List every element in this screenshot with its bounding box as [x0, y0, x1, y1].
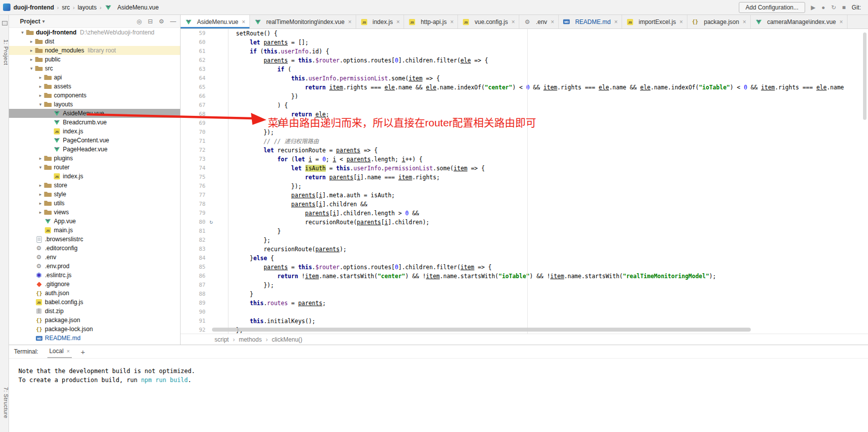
line-number[interactable]: 83 [181, 245, 206, 254]
line-number[interactable]: 64 [181, 74, 206, 83]
line-number[interactable]: 85 [181, 263, 206, 272]
tree-item[interactable]: .gitignore [9, 280, 180, 289]
tree-item[interactable]: AsideMenu.vue [9, 109, 180, 118]
chevron-right-icon[interactable]: ▸ [37, 181, 44, 190]
breadcrumb-file[interactable]: AsideMenu.vue [117, 4, 159, 11]
line-number[interactable]: 78 [181, 200, 206, 209]
settings-icon[interactable]: ⚙ [159, 18, 164, 25]
close-icon[interactable]: × [348, 18, 352, 25]
editor-breadcrumb-item[interactable]: script [215, 336, 229, 343]
tree-item[interactable]: ▸components [9, 91, 180, 100]
chevron-down-icon[interactable]: ▾ [42, 18, 45, 24]
tree-item[interactable]: .browserslistrc [9, 235, 180, 244]
line-number[interactable]: 60 [181, 38, 206, 47]
tree-item[interactable]: ▾src [9, 64, 180, 73]
editor-tab[interactable]: ⚙.env× [519, 15, 559, 28]
vertical-scrollbar[interactable] [863, 32, 867, 120]
line-number[interactable]: 65 [181, 83, 206, 92]
line-number[interactable]: 75 [181, 173, 206, 182]
chevron-right-icon[interactable]: ▸ [37, 73, 44, 82]
add-configuration-button[interactable]: Add Configuration... [739, 2, 805, 13]
chevron-down-icon[interactable]: ▾ [19, 28, 26, 37]
git-branch-label[interactable]: Git: [852, 4, 861, 11]
line-number[interactable]: 79 [181, 209, 206, 218]
tree-item[interactable]: ▸store [9, 181, 180, 190]
chevron-down-icon[interactable]: ▾ [37, 100, 44, 109]
tree-item[interactable]: ▸style [9, 190, 180, 199]
line-number[interactable]: 70 [181, 128, 206, 137]
close-icon[interactable]: × [450, 18, 453, 25]
project-panel-title[interactable]: Project [20, 18, 40, 25]
code-editor[interactable]: 59setRoute() {60 let parents = [];61 if … [181, 29, 868, 334]
close-icon[interactable]: × [614, 18, 618, 25]
tree-item[interactable]: ⚙.env.prod [9, 262, 180, 271]
line-number[interactable]: 91 [181, 317, 206, 326]
tree-item[interactable]: MDREADME.md [9, 334, 180, 343]
tree-item[interactable]: PageHeader.vue [9, 145, 180, 154]
tree-item[interactable]: JSbabel.config.js [9, 298, 180, 307]
chevron-right-icon[interactable]: ▸ [37, 91, 44, 100]
close-icon[interactable]: × [551, 18, 554, 25]
chevron-right-icon[interactable]: ▸ [37, 208, 44, 217]
line-number[interactable]: 92 [181, 326, 206, 334]
line-number[interactable]: 59 [181, 29, 206, 38]
close-icon[interactable]: × [743, 18, 746, 25]
line-number[interactable]: 62 [181, 56, 206, 65]
tree-item[interactable]: {}package.json [9, 316, 180, 325]
line-number[interactable]: 87 [181, 281, 206, 290]
breadcrumb-src[interactable]: src [62, 4, 70, 11]
line-number[interactable]: 80 [181, 218, 206, 227]
close-icon[interactable]: × [66, 348, 69, 354]
tree-item[interactable]: .eslintrc.js [9, 271, 180, 280]
chevron-right-icon[interactable]: ▸ [28, 37, 35, 46]
line-number[interactable]: 61 [181, 47, 206, 56]
tree-item[interactable]: {}auth.json [9, 289, 180, 298]
line-number[interactable]: 67 [181, 101, 206, 110]
tree-item[interactable]: ⚙.env [9, 253, 180, 262]
chevron-right-icon[interactable]: ▸ [37, 154, 44, 163]
line-number[interactable]: 72 [181, 146, 206, 155]
editor-tab[interactable]: MDREADME.md× [559, 15, 622, 28]
tree-item[interactable]: ⚙.editorconfig [9, 244, 180, 253]
project-tree[interactable]: ▾duoji-frontendD:\zheheWeb\duoji-fronten… [9, 28, 180, 345]
line-number[interactable]: 63 [181, 65, 206, 74]
editor-tab[interactable]: realTimeMonitoring\index.vue× [250, 15, 356, 28]
tree-item[interactable]: {}package-lock.json [9, 325, 180, 334]
line-number[interactable]: 82 [181, 236, 206, 245]
breadcrumb-layouts[interactable]: layouts [78, 4, 97, 11]
stop-icon[interactable]: ■ [842, 4, 846, 10]
chevron-down-icon[interactable]: ▾ [28, 64, 35, 73]
line-number[interactable]: 73 [181, 155, 206, 164]
line-number[interactable]: 69 [181, 119, 206, 128]
chevron-down-icon[interactable]: ▾ [37, 163, 44, 172]
editor-tab[interactable]: JSindex.js× [356, 15, 405, 28]
recursive-call-icon[interactable]: ↻ [206, 218, 228, 227]
tree-item[interactable]: ▸public [9, 55, 180, 64]
terminal-output[interactable]: Note that the development build is not o… [9, 359, 868, 385]
tree-item[interactable]: ▾layouts [9, 100, 180, 109]
collapse-all-icon[interactable]: ⊟ [148, 18, 153, 25]
tree-item[interactable]: ▾duoji-frontendD:\zheheWeb\duoji-fronten… [9, 28, 180, 37]
line-number[interactable]: 81 [181, 227, 206, 236]
chevron-right-icon[interactable]: ▸ [37, 82, 44, 91]
tree-item[interactable]: ▸assets [9, 82, 180, 91]
close-icon[interactable]: × [840, 18, 843, 25]
editor-breadcrumb-item[interactable]: clickMenu() [272, 336, 302, 343]
close-icon[interactable]: × [396, 18, 400, 25]
line-number[interactable]: 71 [181, 137, 206, 146]
line-number[interactable]: 76 [181, 182, 206, 191]
editor-tab[interactable]: JSvue.config.js× [458, 15, 519, 28]
chevron-right-icon[interactable]: ▸ [37, 199, 44, 208]
project-tool-button[interactable]: 1: Project [0, 30, 9, 75]
tree-item[interactable]: ▸views [9, 208, 180, 217]
tree-item[interactable]: JSindex.js [9, 127, 180, 136]
tree-item[interactable]: App.vue [9, 217, 180, 226]
tree-item[interactable]: ▸plugins [9, 154, 180, 163]
line-number[interactable]: 86 [181, 272, 206, 281]
close-icon[interactable]: × [242, 18, 245, 25]
editor-tab[interactable]: AsideMenu.vue× [181, 15, 250, 28]
editor-tab[interactable]: JSimportExcel.js× [622, 15, 687, 28]
chevron-right-icon[interactable]: ▸ [28, 46, 35, 55]
line-number[interactable]: 90 [181, 308, 206, 317]
rerun-icon[interactable]: ↻ [831, 4, 836, 10]
